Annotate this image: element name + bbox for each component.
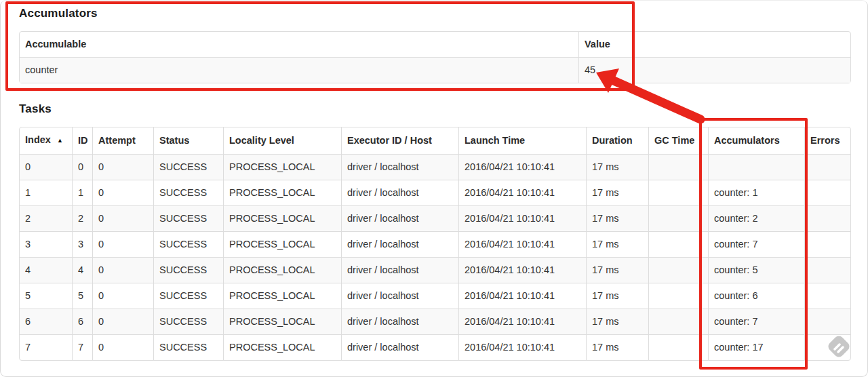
cell-duration: 17 ms [586, 257, 648, 283]
cell-duration: 17 ms [586, 283, 648, 309]
cell-id: 1 [72, 180, 92, 205]
column-header-errors[interactable]: Errors [804, 127, 850, 154]
cell-accumulators [708, 154, 804, 180]
table-row: 220SUCCESSPROCESS_LOCALdriver / localhos… [20, 205, 850, 231]
cell-index: 3 [20, 231, 72, 257]
sort-ascending-icon: ▲ [57, 137, 63, 144]
tasks-table: Index▲IDAttemptStatusLocality LevelExecu… [19, 127, 851, 361]
cell-id: 5 [72, 283, 92, 309]
cell-status: SUCCESS [153, 283, 223, 309]
cell-launch-time: 2016/04/21 10:10:41 [458, 283, 586, 309]
cell-gc-time [648, 231, 708, 257]
cell-status: SUCCESS [153, 231, 223, 257]
cell-status: SUCCESS [153, 154, 223, 180]
cell-duration: 17 ms [586, 309, 648, 334]
cell-attempt: 0 [92, 180, 153, 205]
cell-index: 1 [20, 180, 72, 205]
cell-launch-time: 2016/04/21 10:10:41 [458, 257, 586, 283]
cell-id: 3 [72, 231, 92, 257]
cell-launch-time: 2016/04/21 10:10:41 [458, 205, 586, 231]
tasks-heading: Tasks [19, 102, 850, 116]
cell-executor-id-host: driver / localhost [341, 257, 458, 283]
cell-errors [804, 205, 850, 231]
column-header-locality-level[interactable]: Locality Level [223, 127, 341, 154]
column-header-value[interactable]: Value [578, 32, 850, 57]
cell-errors [804, 257, 850, 283]
column-header-attempt[interactable]: Attempt [92, 127, 153, 154]
cell-id: 4 [72, 257, 92, 283]
table-row: 000SUCCESSPROCESS_LOCALdriver / localhos… [20, 154, 850, 180]
cell-gc-time [648, 334, 708, 360]
cell-executor-id-host: driver / localhost [341, 154, 458, 180]
column-header-launch-time[interactable]: Launch Time [458, 127, 586, 154]
cell-attempt: 0 [92, 154, 153, 180]
cell-launch-time: 2016/04/21 10:10:41 [458, 334, 586, 360]
cell-gc-time [648, 283, 708, 309]
table-row: counter45 [20, 57, 850, 83]
cell-duration: 17 ms [586, 180, 648, 205]
cell-errors [804, 180, 850, 205]
column-header-id[interactable]: ID [72, 127, 92, 154]
cell-status: SUCCESS [153, 257, 223, 283]
cell-locality-level: PROCESS_LOCAL [223, 283, 341, 309]
cell-locality-level: PROCESS_LOCAL [223, 334, 341, 360]
column-header-status[interactable]: Status [153, 127, 223, 154]
cell-launch-time: 2016/04/21 10:10:41 [458, 231, 586, 257]
column-header-accumulable[interactable]: Accumulable [20, 32, 578, 57]
cell-id: 7 [72, 334, 92, 360]
spark-stage-page: Accumulators AccumulableValuecounter45 T… [19, 5, 850, 361]
cell-executor-id-host: driver / localhost [341, 283, 458, 309]
cell-gc-time [648, 154, 708, 180]
column-header-index[interactable]: Index▲ [20, 127, 72, 154]
column-header-executor-id-host[interactable]: Executor ID / Host [341, 127, 458, 154]
cell-locality-level: PROCESS_LOCAL [223, 180, 341, 205]
cell-index: 7 [20, 334, 72, 360]
cell-errors [804, 283, 850, 309]
cell-attempt: 0 [92, 309, 153, 334]
cell-accumulators: counter: 7 [708, 231, 804, 257]
cell-executor-id-host: driver / localhost [341, 309, 458, 334]
cell-accumulable: counter [20, 57, 578, 83]
table-row: 330SUCCESSPROCESS_LOCALdriver / localhos… [20, 231, 850, 257]
cell-status: SUCCESS [153, 309, 223, 334]
cell-errors [804, 334, 850, 360]
cell-gc-time [648, 257, 708, 283]
column-header-gc-time[interactable]: GC Time [648, 127, 708, 154]
cell-locality-level: PROCESS_LOCAL [223, 154, 341, 180]
cell-status: SUCCESS [153, 205, 223, 231]
cell-attempt: 0 [92, 257, 153, 283]
cell-index: 2 [20, 205, 72, 231]
cell-status: SUCCESS [153, 334, 223, 360]
cell-index: 6 [20, 309, 72, 334]
cell-launch-time: 2016/04/21 10:10:41 [458, 180, 586, 205]
cell-attempt: 0 [92, 334, 153, 360]
table-row: 440SUCCESSPROCESS_LOCALdriver / localhos… [20, 257, 850, 283]
table-row: 770SUCCESSPROCESS_LOCALdriver / localhos… [20, 334, 850, 360]
cell-id: 2 [72, 205, 92, 231]
cell-gc-time [648, 180, 708, 205]
table-row: 110SUCCESSPROCESS_LOCALdriver / localhos… [20, 180, 850, 205]
column-header-accumulators[interactable]: Accumulators [708, 127, 804, 154]
cell-launch-time: 2016/04/21 10:10:41 [458, 309, 586, 334]
table-row: 550SUCCESSPROCESS_LOCALdriver / localhos… [20, 283, 850, 309]
cell-errors [804, 154, 850, 180]
cell-status: SUCCESS [153, 180, 223, 205]
cell-locality-level: PROCESS_LOCAL [223, 231, 341, 257]
cell-duration: 17 ms [586, 154, 648, 180]
header-row: AccumulableValue [20, 32, 850, 57]
cell-id: 0 [72, 154, 92, 180]
cell-executor-id-host: driver / localhost [341, 231, 458, 257]
cell-launch-time: 2016/04/21 10:10:41 [458, 154, 586, 180]
cell-accumulators: counter: 1 [708, 180, 804, 205]
cell-executor-id-host: driver / localhost [341, 205, 458, 231]
cell-locality-level: PROCESS_LOCAL [223, 205, 341, 231]
accumulators-table: AccumulableValuecounter45 [19, 31, 851, 83]
cell-value: 45 [578, 57, 850, 83]
column-header-duration[interactable]: Duration [586, 127, 648, 154]
cell-duration: 17 ms [586, 205, 648, 231]
cell-id: 6 [72, 309, 92, 334]
cell-locality-level: PROCESS_LOCAL [223, 309, 341, 334]
cell-accumulators: counter: 17 [708, 334, 804, 360]
tasks-section: Tasks Index▲IDAttemptStatusLocality Leve… [19, 102, 850, 361]
cell-gc-time [648, 309, 708, 334]
